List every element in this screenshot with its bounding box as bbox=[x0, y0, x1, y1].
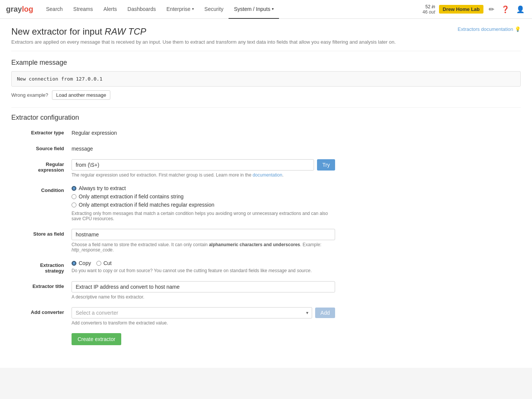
nav-streams[interactable]: Streams bbox=[68, 0, 98, 19]
strategy-copy-label: Copy bbox=[79, 260, 91, 266]
documentation-link[interactable]: documentation bbox=[253, 172, 282, 178]
system-caret-icon: ▾ bbox=[272, 7, 274, 11]
page-title: New extractor for input RAW TCP bbox=[11, 26, 396, 37]
user-icon[interactable]: 👤 bbox=[515, 4, 526, 15]
navbar: graylog Search Streams Alerts Dashboards… bbox=[0, 0, 532, 19]
condition-always[interactable]: Always try to extract bbox=[72, 185, 335, 191]
source-field-value: message bbox=[72, 143, 335, 152]
nav-dashboards[interactable]: Dashboards bbox=[122, 0, 162, 19]
extractor-title-help: A descriptive name for this extractor. bbox=[72, 294, 335, 300]
title-row: New extractor for input RAW TCP Extracto… bbox=[11, 26, 521, 51]
nav-alerts[interactable]: Alerts bbox=[98, 0, 122, 19]
extractor-title-input[interactable] bbox=[72, 281, 335, 292]
strategy-copy[interactable]: Copy bbox=[72, 260, 91, 266]
condition-matches-label: Only attempt extraction if field matches… bbox=[79, 202, 214, 208]
store-as-field-input[interactable] bbox=[72, 229, 335, 240]
load-another-message-button[interactable]: Load another message bbox=[52, 90, 110, 100]
condition-row: Condition Always try to extract Only att… bbox=[11, 185, 521, 221]
main-content: New extractor for input RAW TCP Extracto… bbox=[0, 19, 532, 368]
extractor-title-label: Extractor title bbox=[11, 281, 72, 300]
extractor-config-title: Extractor configuration bbox=[11, 107, 521, 122]
store-help-text: Choose a field name to store the extract… bbox=[72, 242, 335, 253]
add-converter-button[interactable]: Add bbox=[315, 308, 335, 318]
condition-matches-radio[interactable] bbox=[72, 203, 76, 207]
regex-row: Regularexpression Try The regular expres… bbox=[11, 159, 521, 178]
wrong-example-label: Wrong example? bbox=[11, 92, 48, 98]
strategy-italic2: source bbox=[297, 268, 310, 273]
extractor-type-label: Extractor type bbox=[11, 128, 72, 136]
source-field-label: Source field bbox=[11, 143, 72, 152]
regex-input[interactable] bbox=[72, 159, 314, 171]
help-icon[interactable]: ❓ bbox=[500, 4, 511, 15]
converter-select-wrapper: Select a converter ▾ bbox=[72, 307, 312, 318]
source-field-row: Source field message bbox=[11, 143, 521, 152]
brand-logo[interactable]: graylog bbox=[6, 5, 33, 14]
edit-icon[interactable]: ✏ bbox=[487, 4, 496, 15]
extractor-type-row: Extractor type Regular expression bbox=[11, 128, 521, 136]
regex-input-group: Try bbox=[72, 159, 335, 171]
extraction-strategy-row: Extractionstrategy Copy Cut Do you want … bbox=[11, 260, 521, 274]
create-extractor-button[interactable]: Create extractor bbox=[72, 333, 121, 345]
extractor-title-row: Extractor title A descriptive name for t… bbox=[11, 281, 521, 300]
converter-select[interactable]: Select a converter bbox=[72, 307, 312, 318]
condition-always-radio[interactable] bbox=[72, 186, 76, 191]
example-message-title: Example message bbox=[11, 59, 521, 67]
navbar-right: 52 in 46 out Drew Home Lab ✏ ❓ 👤 bbox=[422, 4, 526, 15]
nav-security[interactable]: Security bbox=[199, 0, 229, 19]
create-extractor-row: Create extractor bbox=[11, 333, 521, 345]
converter-group: Select a converter ▾ Add bbox=[72, 307, 335, 318]
regex-label: Regularexpression bbox=[11, 159, 72, 178]
store-help-italic: http_response_code bbox=[72, 247, 113, 253]
message-counts: 52 in 46 out bbox=[422, 4, 435, 15]
add-converter-label: Add converter bbox=[11, 307, 72, 326]
condition-contains[interactable]: Only attempt extraction if field contain… bbox=[72, 193, 335, 200]
doc-link-icon: 💡 bbox=[515, 26, 521, 32]
example-message-box: New connection from 127.0.0.1 bbox=[11, 71, 521, 87]
create-extractor-spacer bbox=[11, 333, 72, 345]
condition-always-label: Always try to extract bbox=[79, 185, 126, 191]
condition-contains-label: Only attempt extraction if field contain… bbox=[79, 193, 184, 200]
wrong-example-row: Wrong example? Load another message bbox=[11, 90, 521, 100]
strategy-cut[interactable]: Cut bbox=[96, 260, 112, 266]
extraction-strategy-label: Extractionstrategy bbox=[11, 260, 72, 274]
regex-help-text: The regular expression used for extracti… bbox=[72, 172, 335, 178]
strategy-cut-label: Cut bbox=[104, 260, 112, 266]
msg-in-count: 52 in bbox=[425, 4, 435, 9]
strategy-italic1: message bbox=[268, 268, 287, 273]
page-subtitle: Extractors are applied on every message … bbox=[11, 39, 396, 45]
strategy-copy-radio[interactable] bbox=[72, 261, 76, 266]
condition-label: Condition bbox=[11, 185, 72, 221]
condition-matches[interactable]: Only attempt extraction if field matches… bbox=[72, 202, 335, 208]
converter-help-text: Add converters to transform the extracte… bbox=[72, 320, 335, 326]
enterprise-caret-icon: ▾ bbox=[192, 7, 194, 11]
try-button[interactable]: Try bbox=[317, 159, 335, 171]
extractors-doc-link[interactable]: Extractors documentation 💡 bbox=[458, 26, 521, 32]
store-help-bold: alphanumeric characters and underscores bbox=[209, 242, 300, 247]
nav-system-inputs[interactable]: System / Inputs ▾ bbox=[229, 0, 279, 19]
store-as-field-label: Store as field bbox=[11, 229, 72, 253]
logo-red: log bbox=[22, 5, 33, 14]
title-block: New extractor for input RAW TCP Extracto… bbox=[11, 26, 396, 45]
input-name: RAW TCP bbox=[105, 26, 146, 37]
strategy-help-text: Do you want to copy or cut from source? … bbox=[72, 268, 335, 273]
strategy-options: Copy Cut bbox=[72, 260, 335, 266]
strategy-cut-radio[interactable] bbox=[96, 261, 101, 266]
extractor-type-value: Regular expression bbox=[72, 128, 335, 136]
nav-enterprise[interactable]: Enterprise ▾ bbox=[161, 0, 199, 19]
user-badge[interactable]: Drew Home Lab bbox=[439, 5, 483, 14]
condition-radio-group: Always try to extract Only attempt extra… bbox=[72, 185, 335, 208]
doc-link-label: Extractors documentation bbox=[458, 26, 513, 32]
condition-help-text: Extracting only from messages that match… bbox=[72, 211, 335, 221]
msg-out-count: 46 out bbox=[422, 9, 435, 15]
add-converter-row: Add converter Select a converter ▾ Add A… bbox=[11, 307, 521, 326]
store-as-field-row: Store as field Choose a field name to st… bbox=[11, 229, 521, 253]
nav-search[interactable]: Search bbox=[41, 0, 68, 19]
main-nav: Search Streams Alerts Dashboards Enterpr… bbox=[41, 0, 422, 19]
condition-contains-radio[interactable] bbox=[72, 194, 76, 199]
logo-gray: gray bbox=[6, 5, 22, 14]
